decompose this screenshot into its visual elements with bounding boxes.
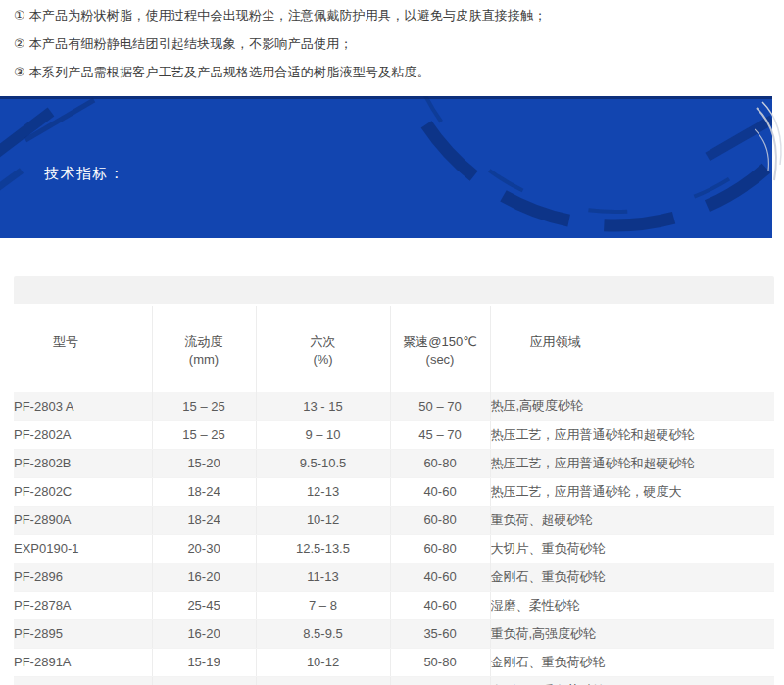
table-row: PF-2890A18-2410-1260-80重负荷、超硬砂轮	[14, 506, 774, 534]
cell-model: PF-2802B	[14, 449, 152, 477]
cell-cure-speed: 40-60	[390, 563, 490, 591]
cell-application: 金刚石、重负荷砂轮	[490, 676, 774, 685]
table-row: PF-2891A15-1910-1250-80金刚石、重负荷砂轮	[14, 648, 774, 676]
cell-application: 热压工艺，应用普通砂轮，硬度大	[490, 477, 774, 506]
cell-model: PF-2896	[14, 563, 152, 591]
header-cure-speed: 聚速@150℃ (sec)	[390, 306, 490, 392]
cell-six-times: 13 - 15	[256, 392, 390, 420]
note-line-3: ③ 本系列产品需根据客户工艺及产品规格选用合适的树脂液型号及粘度。	[14, 58, 774, 86]
spec-table: 型号 流动度 (mm) 六次 (%) 聚速@150℃ (sec) 应用领域	[14, 306, 774, 685]
table-row: PF-2892A16-2010-12100-150金刚石、重负荷砂轮	[14, 676, 774, 685]
cell-application: 金刚石、重负荷砂轮	[490, 648, 774, 676]
table-row: PF-2803 A15 – 2513 - 1550 – 70热压,高硬度砂轮	[14, 392, 774, 420]
cell-fluidity: 16-20	[152, 563, 256, 591]
cell-fluidity: 25-45	[152, 591, 256, 619]
cell-application: 湿磨、柔性砂轮	[490, 591, 774, 619]
header-title: 型号	[53, 333, 151, 350]
cell-application: 热压工艺，应用普通砂轮和超硬砂轮	[490, 449, 774, 477]
header-unit: (%)	[258, 350, 389, 369]
spec-table-body: PF-2803 A15 – 2513 - 1550 – 70热压,高硬度砂轮PF…	[14, 392, 774, 685]
cell-model: PF-2892A	[14, 676, 152, 685]
banner-title: 技术指标：	[44, 165, 125, 183]
cell-cure-speed: 100-150	[390, 676, 490, 685]
tech-specs-banner: 技术指标：	[0, 96, 772, 238]
header-title: 聚速@150℃	[392, 333, 489, 350]
table-row: PF-289616-2011-1340-60金刚石、重负荷砂轮	[14, 563, 774, 591]
cell-six-times: 9.5-10.5	[256, 449, 390, 477]
cell-model: PF-2891A	[14, 648, 152, 676]
header-title: 流动度	[154, 333, 255, 350]
header-title: 应用领域	[530, 333, 774, 350]
cell-cure-speed: 50 – 70	[390, 392, 490, 420]
cell-fluidity: 15 – 25	[152, 420, 256, 449]
cell-cure-speed: 40-60	[390, 477, 490, 506]
header-unit: (mm)	[154, 350, 255, 369]
cell-application: 重负荷、超硬砂轮	[490, 506, 774, 534]
cell-model: PF-2802C	[14, 477, 152, 506]
cell-cure-speed: 60-80	[390, 449, 490, 477]
header-title: 六次	[258, 333, 389, 350]
table-row: EXP0190-120-3012.5-13.560-80大切片、重负荷砂轮	[14, 534, 774, 563]
header-application: 应用领域	[490, 306, 774, 392]
cell-model: PF-2802A	[14, 420, 152, 449]
table-row: PF-2802C18-2412-1340-60热压工艺，应用普通砂轮，硬度大	[14, 477, 774, 506]
cell-model: PF-2803 A	[14, 392, 152, 420]
cell-six-times: 10-12	[256, 648, 390, 676]
cell-application: 大切片、重负荷砂轮	[490, 534, 774, 563]
header-row: 型号 流动度 (mm) 六次 (%) 聚速@150℃ (sec) 应用领域	[14, 306, 774, 392]
product-notes: ① 本产品为粉状树脂，使用过程中会出现粉尘，注意佩戴防护用具，以避免与皮肤直接接…	[14, 1, 774, 86]
header-six-times: 六次 (%)	[256, 306, 390, 392]
note-line-1: ① 本产品为粉状树脂，使用过程中会出现粉尘，注意佩戴防护用具，以避免与皮肤直接接…	[14, 1, 774, 29]
cell-application: 热压,高硬度砂轮	[490, 392, 774, 420]
table-row: PF-2802A15 – 259 – 1045 – 70热压工艺，应用普通砂轮和…	[14, 420, 774, 449]
table-row: PF-2802B15-209.5-10.560-80热压工艺，应用普通砂轮和超硬…	[14, 449, 774, 477]
cell-cure-speed: 60-80	[390, 506, 490, 534]
header-model: 型号	[14, 306, 152, 392]
cell-six-times: 10-12	[256, 506, 390, 534]
header-unit: (sec)	[392, 350, 489, 369]
cell-fluidity: 15-20	[152, 449, 256, 477]
cell-fluidity: 16-20	[152, 619, 256, 648]
cell-cure-speed: 50-80	[390, 648, 490, 676]
cell-fluidity: 15-19	[152, 648, 256, 676]
cell-model: PF-2890A	[14, 506, 152, 534]
cell-fluidity: 18-24	[152, 477, 256, 506]
cell-cure-speed: 35-60	[390, 619, 490, 648]
cell-application: 重负荷,高强度砂轮	[490, 619, 774, 648]
cell-cure-speed: 45 – 70	[390, 420, 490, 449]
table-row: PF-289516-208.5-9.535-60重负荷,高强度砂轮	[14, 619, 774, 648]
cell-model: PF-2878A	[14, 591, 152, 619]
note-line-2: ② 本产品有细粉静电结团引起结块现象，不影响产品使用；	[14, 29, 774, 58]
cell-six-times: 12-13	[256, 477, 390, 506]
cell-six-times: 9 – 10	[256, 420, 390, 449]
cell-application: 金刚石、重负荷砂轮	[490, 563, 774, 591]
cell-six-times: 7 – 8	[256, 591, 390, 619]
spec-table-area: 型号 流动度 (mm) 六次 (%) 聚速@150℃ (sec) 应用领域	[14, 276, 774, 685]
table-top-strip	[14, 276, 774, 304]
header-fluidity: 流动度 (mm)	[152, 306, 256, 392]
cell-application: 热压工艺，应用普通砂轮和超硬砂轮	[490, 420, 774, 449]
cell-cure-speed: 40-60	[390, 591, 490, 619]
cell-fluidity: 15 – 25	[152, 392, 256, 420]
cell-six-times: 8.5-9.5	[256, 619, 390, 648]
cell-model: EXP0190-1	[14, 534, 152, 563]
cell-six-times: 11-13	[256, 563, 390, 591]
table-row: PF-2878A25-457 – 840-60湿磨、柔性砂轮	[14, 591, 774, 619]
cell-six-times: 12.5-13.5	[256, 534, 390, 563]
cell-fluidity: 18-24	[152, 506, 256, 534]
cell-six-times: 10-12	[256, 676, 390, 685]
cell-model: PF-2895	[14, 619, 152, 648]
cell-fluidity: 16-20	[152, 676, 256, 685]
cell-cure-speed: 60-80	[390, 534, 490, 563]
spec-table-header: 型号 流动度 (mm) 六次 (%) 聚速@150℃ (sec) 应用领域	[14, 306, 774, 392]
cell-fluidity: 20-30	[152, 534, 256, 563]
